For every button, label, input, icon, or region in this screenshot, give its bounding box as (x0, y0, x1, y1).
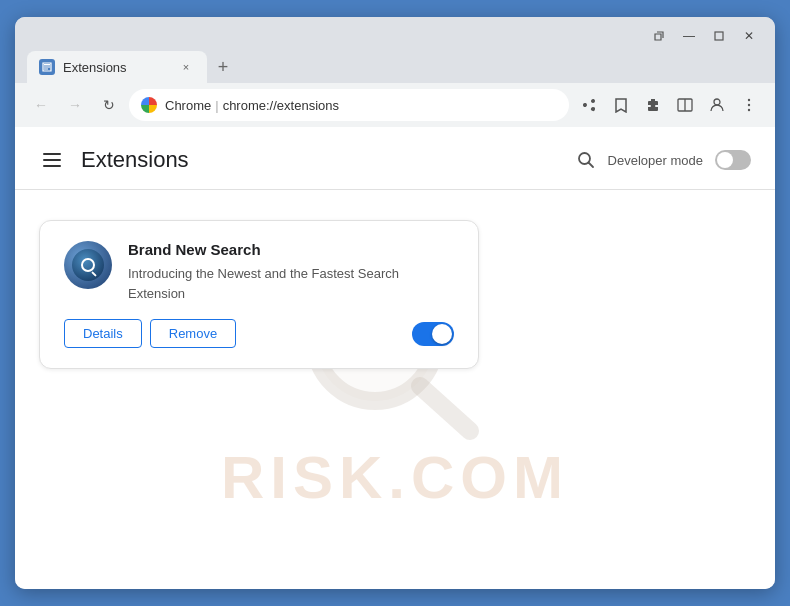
extension-actions: Details Remove (64, 319, 454, 348)
svg-point-9 (748, 109, 750, 111)
browser-window: — ✕ Extensions × (15, 17, 775, 589)
svg-rect-0 (715, 32, 723, 40)
menu-btn[interactable] (735, 91, 763, 119)
close-btn[interactable]: ✕ (735, 25, 763, 47)
search-icon (81, 258, 95, 272)
details-button[interactable]: Details (64, 319, 142, 348)
tabs-row: Extensions × + (15, 51, 775, 83)
split-screen-btn[interactable] (671, 91, 699, 119)
svg-point-8 (748, 104, 750, 106)
extension-top: Brand New Search Introducing the Newest … (64, 241, 454, 303)
address-bar[interactable]: Chrome | chrome://extensions (129, 89, 569, 121)
forward-btn[interactable]: → (61, 91, 89, 119)
tab-favicon (39, 59, 55, 75)
extensions-header: Extensions Developer mode (15, 127, 775, 190)
svg-point-7 (748, 99, 750, 101)
svg-rect-2 (44, 67, 50, 68)
restore-down-btn[interactable] (645, 25, 673, 47)
extensions-body: RISK.COM Brand New Search Introducing th… (15, 190, 775, 582)
address-url: chrome://extensions (223, 98, 339, 113)
page-content: Extensions Developer mode (15, 127, 775, 589)
svg-rect-3 (44, 69, 48, 70)
extension-description: Introducing the Newest and the Fastest S… (128, 264, 454, 303)
extension-info: Brand New Search Introducing the Newest … (128, 241, 454, 303)
chrome-logo-icon (141, 97, 157, 113)
svg-rect-1 (44, 64, 50, 66)
minimize-btn[interactable]: — (675, 25, 703, 47)
remove-button[interactable]: Remove (150, 319, 236, 348)
extensions-title-row: Extensions (39, 147, 189, 173)
maximize-btn[interactable] (705, 25, 733, 47)
svg-line-11 (588, 163, 593, 168)
svg-line-13 (420, 386, 470, 431)
toolbar-actions (575, 91, 763, 119)
extension-icon (64, 241, 112, 289)
tab-title: Extensions (63, 60, 169, 75)
address-separator: | (215, 98, 218, 113)
extension-name: Brand New Search (128, 241, 454, 258)
title-bar: — ✕ (15, 17, 775, 51)
extension-card: Brand New Search Introducing the Newest … (39, 220, 479, 369)
extension-enable-toggle[interactable] (412, 322, 454, 346)
toolbar: ← → ↻ Chrome | chrome://extensions (15, 83, 775, 127)
extension-icon-inner (72, 249, 104, 281)
refresh-btn[interactable]: ↻ (95, 91, 123, 119)
share-btn[interactable] (575, 91, 603, 119)
extensions-btn[interactable] (639, 91, 667, 119)
back-btn[interactable]: ← (27, 91, 55, 119)
watermark-text: RISK.COM (221, 443, 569, 512)
profile-btn[interactable] (703, 91, 731, 119)
page-title: Extensions (81, 147, 189, 173)
extension-btn-group: Details Remove (64, 319, 236, 348)
address-text: Chrome | chrome://extensions (165, 98, 339, 113)
developer-mode-label: Developer mode (608, 153, 703, 168)
bookmark-btn[interactable] (607, 91, 635, 119)
new-tab-btn[interactable]: + (209, 53, 237, 81)
search-btn[interactable] (576, 150, 596, 170)
hamburger-menu-btn[interactable] (39, 149, 65, 171)
address-brand: Chrome (165, 98, 211, 113)
svg-point-6 (714, 99, 720, 105)
developer-mode-toggle[interactable] (715, 150, 751, 170)
window-controls: — ✕ (645, 25, 763, 47)
header-right: Developer mode (576, 150, 751, 170)
tab-close-btn[interactable]: × (177, 58, 195, 76)
active-tab[interactable]: Extensions × (27, 51, 207, 83)
